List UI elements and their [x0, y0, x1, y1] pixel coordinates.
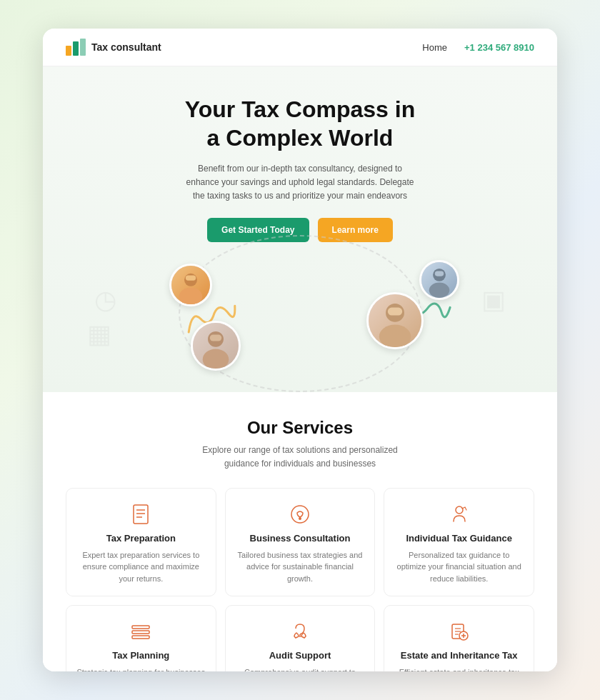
svg-point-13: [429, 282, 450, 297]
svg-rect-8: [388, 307, 402, 315]
svg-point-21: [456, 506, 463, 514]
svg-rect-5: [186, 275, 196, 280]
nav-phone: +1 234 567 8910: [464, 42, 534, 53]
hero-subtitle: Benefit from our in-depth tax consultanc…: [186, 162, 414, 204]
service-desc-3: Strategic tax planning for businesses to…: [76, 666, 206, 671]
service-desc-5: Efficient estate and inheritance tax sol…: [394, 666, 524, 671]
service-desc-0: Expert tax preparation services to ensur…: [76, 549, 206, 585]
business-consultation-icon: [236, 503, 365, 526]
svg-rect-14: [435, 271, 444, 276]
services-heading: Our Services: [66, 418, 534, 438]
service-title-1: Business Consultation: [236, 533, 365, 544]
avatar-1: [169, 264, 212, 306]
ghost-chart-icon: ▦: [87, 319, 111, 349]
service-card-individual-tax: Individual Tax Guidance Personalized tax…: [384, 488, 534, 597]
svg-point-4: [179, 287, 202, 305]
individual-tax-icon: [394, 503, 524, 526]
avatar-3: [191, 321, 241, 371]
svg-rect-22: [132, 626, 149, 629]
avatar-4: [419, 260, 459, 300]
service-card-business-consultation: Business Consultation Tailored business …: [225, 488, 376, 597]
hero-section: Your Tax Compass in a Complex World Bene…: [43, 66, 557, 392]
svg-rect-0: [66, 46, 71, 56]
hero-title: Your Tax Compass in a Complex World: [66, 95, 534, 152]
services-section: Our Services Explore our range of tax so…: [43, 392, 557, 671]
navbar: Tax consultant Home +1 234 567 8910: [43, 29, 557, 66]
ghost-doc-icon: ▣: [481, 285, 506, 315]
svg-rect-23: [132, 631, 149, 634]
estate-tax-icon: [394, 620, 524, 643]
svg-rect-2: [80, 39, 86, 56]
svg-point-7: [379, 324, 411, 348]
logo-text: Tax consultant: [91, 41, 161, 53]
service-title-0: Tax Preparation: [76, 533, 206, 544]
service-title-4: Audit Support: [236, 650, 365, 661]
service-desc-4: Comprehensive audit support to navigate …: [236, 666, 365, 671]
service-title-3: Tax Planning: [76, 650, 206, 661]
svg-rect-1: [73, 41, 79, 56]
services-description: Explore our range of tax solutions and p…: [186, 444, 414, 471]
ghost-pie-icon: ◷: [94, 285, 116, 315]
avatar-2: [366, 292, 424, 349]
tax-planning-icon: [76, 620, 206, 643]
hero-visual: ◷ ▦ ▣: [66, 256, 534, 371]
service-desc-2: Personalized tax guidance to optimize yo…: [394, 549, 524, 585]
svg-rect-11: [210, 334, 221, 341]
service-desc-1: Tailored business tax strategies and adv…: [236, 549, 365, 585]
svg-rect-24: [132, 636, 149, 639]
logo-icon: [66, 39, 86, 56]
services-grid: Tax Preparation Expert tax preparation s…: [66, 488, 534, 671]
tax-preparation-icon: [76, 503, 206, 526]
logo: Tax consultant: [66, 39, 161, 56]
audit-support-icon: [236, 620, 365, 643]
service-card-audit-support: Audit Support Comprehensive audit suppor…: [225, 605, 376, 671]
service-title-2: Individual Tax Guidance: [394, 533, 524, 544]
service-card-tax-planning: Tax Planning Strategic tax planning for …: [66, 605, 216, 671]
nav-home-link[interactable]: Home: [422, 42, 447, 53]
svg-point-19: [291, 506, 309, 523]
nav-right: Home +1 234 567 8910: [422, 42, 534, 53]
service-title-5: Estate and Inheritance Tax: [394, 650, 524, 661]
service-card-estate-tax: Estate and Inheritance Tax Efficient est…: [384, 605, 534, 671]
svg-point-20: [299, 517, 301, 520]
service-card-tax-preparation: Tax Preparation Expert tax preparation s…: [66, 488, 216, 597]
svg-rect-15: [134, 505, 148, 524]
browser-frame: Tax consultant Home +1 234 567 8910 Your…: [43, 29, 557, 671]
svg-point-10: [203, 349, 229, 369]
